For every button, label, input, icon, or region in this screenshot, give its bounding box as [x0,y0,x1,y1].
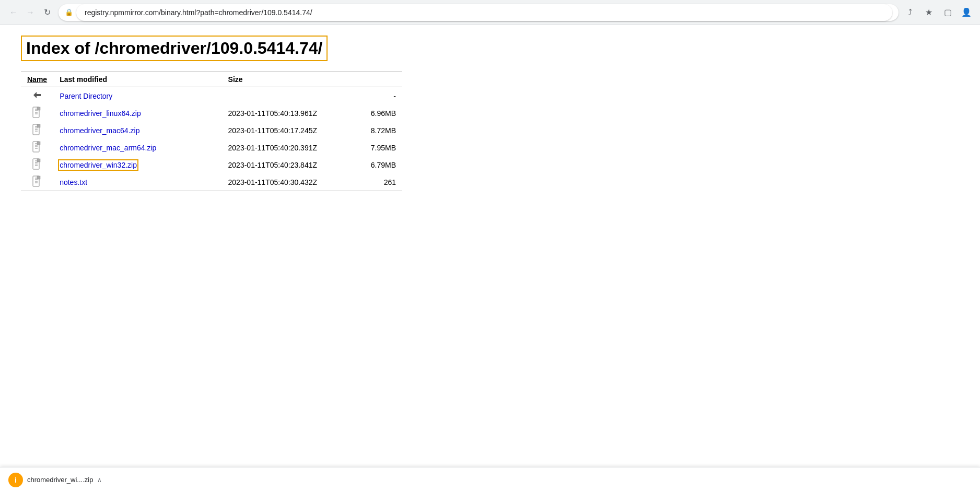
table-header-row: Name Last modified Size [21,72,402,87]
zip-file-icon [32,146,42,154]
file-link[interactable]: chromedriver_linux64.zip [60,109,141,118]
share-icon[interactable]: ⤴ [903,5,917,20]
file-modified-cell: 2023-01-11T05:40:30.432Z [222,173,354,191]
table-row: notes.txt2023-01-11T05:40:30.432Z261 [21,173,402,191]
col-header-size: Size [222,72,354,87]
table-row: chromedriver_win32.zip2023-01-11T05:40:2… [21,156,402,173]
col-header-modified: Last modified [53,72,221,87]
file-size-cell: 261 [354,173,402,191]
file-link[interactable]: notes.txt [60,178,87,186]
file-name-cell: chromedriver_linux64.zip [53,104,221,122]
file-modified-cell: 2023-01-11T05:40:20.391Z [222,139,354,156]
file-icon-cell [21,122,53,139]
toolbar-icons: ⤴ ★ ▢ 👤 [903,5,974,20]
txt-file-icon [32,180,42,189]
file-link[interactable]: chromedriver_win32.zip [60,161,137,169]
table-row: chromedriver_mac64.zip2023-01-11T05:40:1… [21,122,402,139]
profile-icon[interactable]: 👤 [959,5,974,20]
file-name-cell: chromedriver_mac_arm64.zip [53,139,221,156]
zip-file-icon [32,128,42,137]
zip-file-icon [32,111,42,120]
reload-button[interactable]: ↻ [40,5,54,20]
file-modified-cell: 2023-01-11T05:40:17.245Z [222,122,354,139]
file-link[interactable]: chromedriver_mac64.zip [60,126,139,135]
svg-rect-5 [37,107,40,110]
file-icon-cell [21,173,53,191]
table-row: chromedriver_mac_arm64.zip2023-01-11T05:… [21,139,402,156]
file-size-cell: 6.96MB [354,104,402,122]
file-icon-cell [21,139,53,156]
svg-rect-29 [37,176,40,179]
file-icon-cell [21,104,53,122]
address-bar[interactable] [76,4,892,21]
file-name-cell: notes.txt [53,173,221,191]
file-name-cell: Parent Directory [53,87,221,105]
file-size-cell: 8.72MB [354,122,402,139]
table-row: Parent Directory- [21,87,402,105]
file-size-cell: - [354,87,402,105]
file-modified-cell [222,87,354,105]
page-content: Index of /chromedriver/109.0.5414.74/ Na… [0,25,470,202]
page-title: Index of /chromedriver/109.0.5414.74/ [21,36,328,61]
file-link[interactable]: chromedriver_mac_arm64.zip [60,144,156,152]
browser-chrome: ← → ↻ 🔒 ⤴ ★ ▢ 👤 [0,0,980,25]
file-size-cell: 7.95MB [354,139,402,156]
svg-rect-11 [37,124,40,127]
file-modified-cell: 2023-01-11T05:40:13.961Z [222,104,354,122]
table-row: chromedriver_linux64.zip2023-01-11T05:40… [21,104,402,122]
forward-button[interactable]: → [23,5,38,20]
file-icon-cell [21,156,53,173]
zip-file-icon [32,163,42,171]
name-sort-link[interactable]: Name [27,75,47,84]
window-icon[interactable]: ▢ [940,5,955,20]
bookmark-icon[interactable]: ★ [921,5,936,20]
parent-dir-icon [31,94,43,102]
lock-icon: 🔒 [65,8,73,16]
col-header-name: Name [21,72,53,87]
nav-buttons: ← → ↻ [6,5,54,20]
file-size-cell: 6.79MB [354,156,402,173]
file-modified-cell: 2023-01-11T05:40:23.841Z [222,156,354,173]
back-button[interactable]: ← [6,5,21,20]
file-link[interactable]: Parent Directory [60,92,112,100]
file-name-cell: chromedriver_mac64.zip [53,122,221,139]
svg-rect-17 [37,142,40,145]
svg-rect-23 [37,159,40,162]
file-icon-cell [21,87,53,105]
file-name-cell: chromedriver_win32.zip [53,156,221,173]
file-table: Name Last modified Size Parent Directory… [21,72,402,191]
